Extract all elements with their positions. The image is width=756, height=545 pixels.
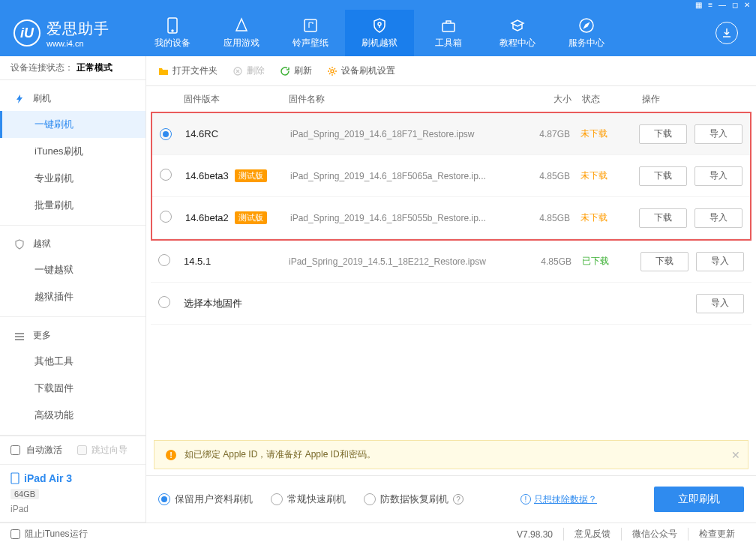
flash-opt-keep-data[interactable]: 保留用户资料刷机 (158, 493, 253, 506)
auto-activate-row: 自动激活 跳过向导 (0, 436, 146, 465)
firmware-row[interactable]: 14.5.1 iPad_Spring_2019_14.5.1_18E212_Re… (151, 241, 752, 283)
radio-icon (364, 493, 376, 505)
feedback-link[interactable]: 意见反馈 (563, 528, 621, 541)
download-button[interactable]: 下载 (639, 166, 687, 186)
version-label: V7.98.30 (506, 529, 563, 540)
minimize-icon[interactable]: — (718, 1, 726, 9)
device-info[interactable]: iPad Air 3 64GB iPad (0, 465, 146, 523)
footer: 阻止iTunes运行 V7.98.30 意见反馈 微信公众号 检查更新 (0, 523, 756, 545)
help-icon[interactable]: ? (453, 494, 464, 505)
titlebar: ▦ ≡ — ◻ ✕ (0, 0, 756, 10)
beta-tag: 测试版 (235, 169, 267, 182)
device-icon (10, 472, 20, 484)
shield2-icon (14, 238, 26, 250)
nav-flash[interactable]: 刷机越狱 (345, 10, 414, 56)
nav-media[interactable]: 铃声壁纸 (276, 10, 345, 56)
check-update-link[interactable]: 检查更新 (688, 528, 746, 541)
sidebar-item-jb-plugins[interactable]: 越狱插件 (0, 283, 146, 310)
auto-activate-checkbox[interactable] (10, 445, 20, 455)
nav-toolbox[interactable]: 工具箱 (414, 10, 483, 56)
beta-tag: 测试版 (235, 211, 267, 224)
more-icon (14, 330, 26, 342)
sidebar: 设备连接状态： 正常模式 刷机 一键刷机 iTunes刷机 专业刷机 批量刷机 … (0, 56, 146, 523)
nav-my-device[interactable]: 我的设备 (138, 10, 207, 56)
flash-opt-anti-recovery[interactable]: 防数据恢复刷机 ? (364, 493, 464, 506)
download-button[interactable]: 下载 (640, 252, 688, 271)
import-button[interactable]: 导入 (696, 294, 744, 313)
sidebar-group-more[interactable]: 更多 (0, 323, 146, 348)
notice-close-button[interactable]: ✕ (731, 449, 740, 461)
logo: iU 爱思助手 www.i4.cn (14, 19, 110, 48)
toolbox-icon (440, 17, 457, 34)
nav-tutorial[interactable]: 教程中心 (483, 10, 552, 56)
nav-service[interactable]: 服务中心 (552, 10, 621, 56)
download-button[interactable]: 下载 (639, 208, 687, 228)
refresh-button[interactable]: 刷新 (280, 64, 312, 77)
phone-icon (164, 17, 181, 34)
main: 打开文件夹 删除 刷新 设备刷机设置 固件版本 固件名称 大小 状态 操作 (146, 56, 756, 523)
import-button[interactable]: 导入 (694, 208, 742, 228)
row-radio[interactable] (158, 296, 170, 308)
import-button[interactable]: 导入 (694, 166, 742, 186)
radio-icon (271, 493, 283, 505)
svg-rect-2 (304, 19, 316, 31)
sidebar-item-oneclick-jb[interactable]: 一键越狱 (0, 256, 146, 283)
connection-status: 设备连接状态： 正常模式 (0, 56, 146, 80)
row-radio[interactable] (160, 169, 172, 181)
firmware-row[interactable]: 14.6RC iPad_Spring_2019_14.6_18F71_Resto… (152, 113, 750, 155)
flash-opt-normal[interactable]: 常规快速刷机 (271, 493, 346, 506)
music-icon (302, 17, 319, 34)
sidebar-item-other-tools[interactable]: 其他工具 (0, 348, 146, 375)
sidebar-group-jailbreak[interactable]: 越狱 (0, 232, 146, 256)
row-radio[interactable] (160, 128, 172, 140)
row-radio[interactable] (158, 254, 170, 266)
nav-apps[interactable]: 应用游戏 (207, 10, 276, 56)
svg-point-1 (172, 30, 173, 31)
download-button[interactable]: 下载 (639, 124, 687, 144)
close-icon[interactable]: ✕ (744, 1, 750, 9)
menu-icon[interactable]: ≡ (708, 1, 712, 9)
delete-button: 删除 (232, 64, 265, 77)
sidebar-item-download-fw[interactable]: 下载固件 (0, 375, 146, 402)
nav: 我的设备 应用游戏 铃声壁纸 刷机越狱 工具箱 教程中心 服务中心 (138, 10, 621, 56)
flash-now-button[interactable]: 立即刷机 (654, 487, 744, 512)
firmware-row[interactable]: 14.6beta2测试版 iPad_Spring_2019_14.6_18F50… (152, 197, 750, 239)
wechat-link[interactable]: 微信公众号 (621, 528, 688, 541)
refresh-icon (280, 66, 290, 76)
flash-icon (14, 93, 26, 105)
app-title: 爱思助手 (46, 19, 110, 39)
grid-icon[interactable]: ▦ (695, 1, 702, 9)
sidebar-item-itunes-flash[interactable]: iTunes刷机 (0, 138, 146, 165)
import-button[interactable]: 导入 (694, 124, 742, 144)
sidebar-item-batch-flash[interactable]: 批量刷机 (0, 192, 146, 219)
import-button[interactable]: 导入 (696, 252, 744, 271)
maximize-icon[interactable]: ◻ (732, 1, 738, 9)
sidebar-item-advanced[interactable]: 高级功能 (0, 402, 146, 429)
sidebar-group-flash[interactable]: 刷机 (0, 86, 146, 111)
open-folder-button[interactable]: 打开文件夹 (158, 64, 218, 77)
sidebar-item-pro-flash[interactable]: 专业刷机 (0, 165, 146, 192)
book-icon (509, 17, 526, 34)
row-radio[interactable] (160, 211, 172, 223)
radio-icon (158, 493, 170, 505)
flash-options-bar: 保留用户资料刷机 常规快速刷机 防数据恢复刷机 ? ! 只想抹除数据？ 立即刷机 (146, 475, 756, 523)
sidebar-item-oneclick-flash[interactable]: 一键刷机 (0, 111, 146, 138)
warning-icon: ! (165, 449, 177, 461)
svg-text:!: ! (170, 451, 172, 460)
svg-rect-9 (11, 473, 19, 484)
local-firmware-row[interactable]: 选择本地固件 导入 (151, 283, 752, 325)
firmware-row[interactable]: 14.6beta3测试版 iPad_Spring_2019_14.6_18F50… (152, 155, 750, 197)
erase-only-link[interactable]: 只想抹除数据？ (534, 493, 597, 506)
svg-point-3 (378, 22, 381, 25)
svg-point-11 (331, 70, 334, 73)
info-icon: ! (520, 494, 531, 505)
compass-icon (578, 17, 595, 34)
flash-settings-button[interactable]: 设备刷机设置 (327, 64, 395, 77)
table-header: 固件版本 固件名称 大小 状态 操作 (146, 86, 756, 112)
svg-rect-8 (15, 339, 24, 340)
download-manager-button[interactable] (716, 22, 738, 44)
toolbar: 打开文件夹 删除 刷新 设备刷机设置 (146, 56, 756, 86)
svg-rect-7 (15, 336, 24, 337)
block-itunes-checkbox[interactable] (10, 529, 20, 539)
svg-rect-6 (15, 333, 24, 334)
